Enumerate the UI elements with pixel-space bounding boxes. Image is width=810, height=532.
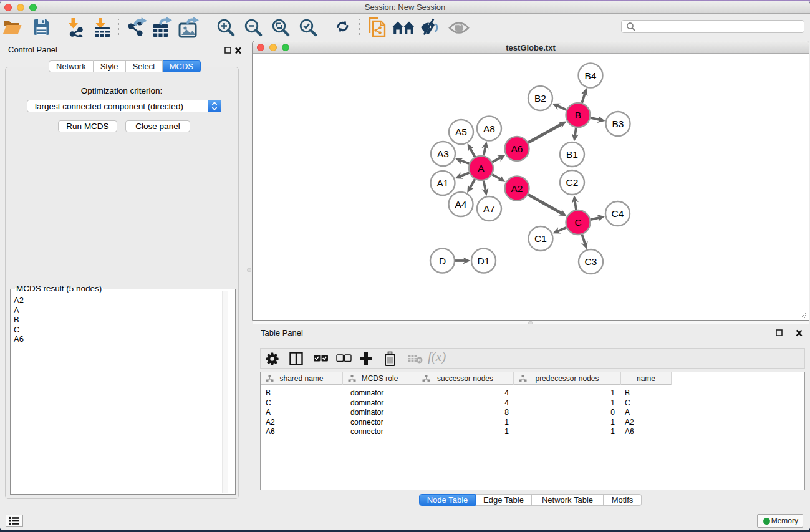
svg-text:C4: C4 bbox=[612, 208, 624, 219]
svg-text:D: D bbox=[439, 256, 446, 266]
svg-text:A1: A1 bbox=[437, 178, 449, 188]
svg-text:A4: A4 bbox=[455, 199, 467, 210]
svg-text:B1: B1 bbox=[566, 149, 578, 160]
svg-text:A5: A5 bbox=[455, 127, 467, 137]
svg-text:A3: A3 bbox=[437, 148, 449, 159]
svg-text:B2: B2 bbox=[534, 93, 546, 104]
svg-text:C3: C3 bbox=[585, 256, 597, 267]
svg-text:A8: A8 bbox=[483, 123, 495, 134]
svg-text:A6: A6 bbox=[511, 143, 523, 154]
svg-text:B3: B3 bbox=[612, 118, 624, 129]
svg-text:B4: B4 bbox=[585, 70, 597, 81]
svg-text:A7: A7 bbox=[483, 203, 495, 214]
svg-text:D1: D1 bbox=[478, 256, 490, 266]
svg-text:B: B bbox=[575, 110, 581, 120]
svg-text:A: A bbox=[478, 163, 485, 173]
svg-text:A2: A2 bbox=[511, 183, 523, 194]
svg-text:C: C bbox=[574, 217, 581, 228]
svg-text:C1: C1 bbox=[534, 233, 547, 244]
svg-text:C2: C2 bbox=[566, 177, 579, 188]
